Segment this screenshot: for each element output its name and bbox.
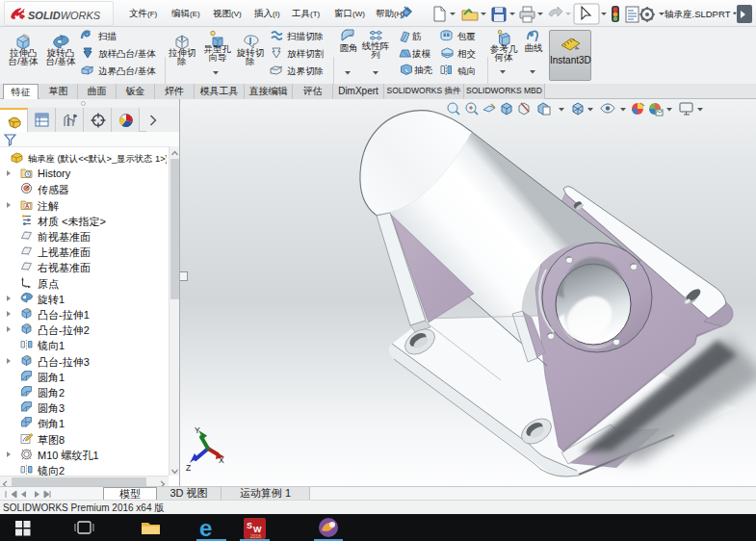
svg-text:SOLIDWORKS: SOLIDWORKS <box>28 10 101 21</box>
svg-text:S: S <box>247 521 252 530</box>
svg-text:e: e <box>199 515 212 541</box>
svg-text:Y: Y <box>195 425 200 435</box>
svg-text:Z: Z <box>186 463 191 473</box>
svg-text:轴承座.SLDPRT *: 轴承座.SLDPRT * <box>665 9 737 19</box>
svg-text:X: X <box>219 455 224 465</box>
svg-text:A: A <box>25 203 29 209</box>
